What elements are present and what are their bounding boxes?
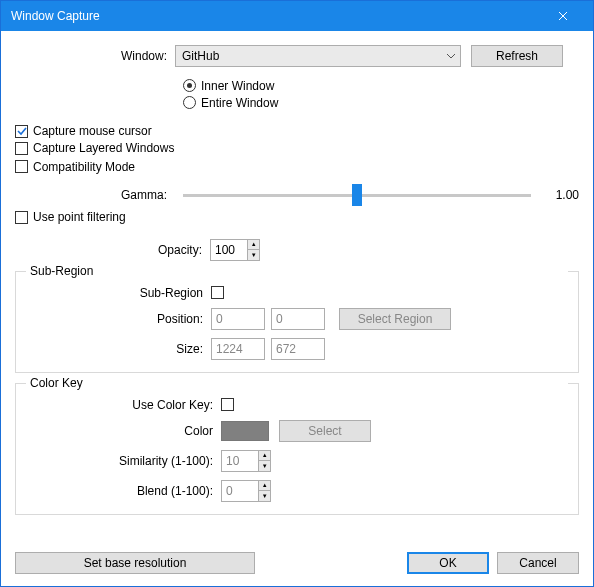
- color-swatch[interactable]: [221, 421, 269, 441]
- inner-window-radio[interactable]: Inner Window: [183, 79, 274, 93]
- checkbox-icon: [15, 211, 28, 224]
- sub-region-legend: Sub-Region: [26, 264, 568, 278]
- capture-layered-checkbox[interactable]: Capture Layered Windows: [15, 141, 174, 155]
- entire-window-radio[interactable]: Entire Window: [183, 96, 278, 110]
- similarity-input[interactable]: ▲▼: [221, 450, 271, 472]
- select-region-button[interactable]: Select Region: [339, 308, 451, 330]
- spinner[interactable]: ▲▼: [258, 481, 270, 501]
- color-label: Color: [26, 424, 221, 438]
- gamma-value: 1.00: [539, 188, 579, 202]
- size-w-input[interactable]: [211, 338, 265, 360]
- radio-icon: [183, 96, 196, 109]
- sub-region-group: Sub-Region Sub-Region Position: Select R…: [15, 271, 579, 373]
- close-icon: [558, 11, 568, 21]
- sub-region-checkbox[interactable]: [211, 286, 224, 299]
- color-key-legend: Color Key: [26, 376, 568, 390]
- blend-input[interactable]: ▲▼: [221, 480, 271, 502]
- ok-button[interactable]: OK: [407, 552, 489, 574]
- color-key-group: Color Key Use Color Key: Color Select Si…: [15, 383, 579, 515]
- window-capture-dialog: Window Capture Window: GitHub Refresh In…: [0, 0, 594, 587]
- compatibility-mode-checkbox[interactable]: Compatibility Mode: [15, 160, 135, 174]
- checkbox-icon: [15, 160, 28, 173]
- cancel-button[interactable]: Cancel: [497, 552, 579, 574]
- position-x-input[interactable]: [211, 308, 265, 330]
- set-base-resolution-button[interactable]: Set base resolution: [15, 552, 255, 574]
- select-color-button[interactable]: Select: [279, 420, 371, 442]
- checkbox-icon: [15, 125, 28, 138]
- titlebar: Window Capture: [1, 1, 593, 31]
- checkbox-icon: [15, 142, 28, 155]
- close-button[interactable]: [541, 2, 585, 30]
- checkbox-icon: [211, 286, 224, 299]
- position-y-input[interactable]: [271, 308, 325, 330]
- dialog-content: Window: GitHub Refresh Inner Window Enti…: [1, 31, 593, 586]
- gamma-label: Gamma:: [15, 188, 175, 202]
- window-select[interactable]: GitHub: [175, 45, 461, 67]
- window-title: Window Capture: [11, 9, 541, 23]
- capture-mouse-checkbox[interactable]: Capture mouse cursor: [15, 124, 152, 138]
- point-filtering-checkbox[interactable]: Use point filtering: [15, 210, 126, 224]
- checkbox-icon: [221, 398, 234, 411]
- position-label: Position:: [26, 312, 211, 326]
- gamma-slider[interactable]: [183, 194, 531, 197]
- similarity-label: Similarity (1-100):: [26, 454, 221, 468]
- size-label: Size:: [26, 342, 211, 356]
- window-select-value: GitHub: [182, 49, 219, 63]
- dialog-footer: Set base resolution OK Cancel: [15, 542, 579, 574]
- size-h-input[interactable]: [271, 338, 325, 360]
- blend-label: Blend (1-100):: [26, 484, 221, 498]
- spinner[interactable]: ▲▼: [258, 451, 270, 471]
- opacity-input[interactable]: ▲▼: [210, 239, 260, 261]
- radio-icon: [183, 79, 196, 92]
- refresh-button[interactable]: Refresh: [471, 45, 563, 67]
- spinner[interactable]: ▲▼: [247, 240, 259, 260]
- use-color-key-checkbox[interactable]: [221, 398, 234, 411]
- chevron-down-icon: [446, 53, 456, 59]
- window-label: Window:: [15, 49, 175, 63]
- slider-thumb[interactable]: [352, 184, 362, 206]
- opacity-label: Opacity:: [15, 243, 210, 257]
